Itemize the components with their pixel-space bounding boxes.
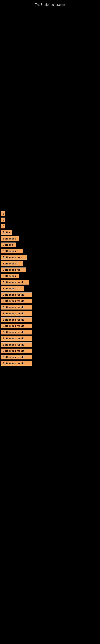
list-item: Bottleneck xyxy=(0,236,100,241)
bottleneck-result-label: Bottleneck xyxy=(1,274,19,278)
bottleneck-result-label: Bottleneck result xyxy=(1,305,32,310)
list-item: Bottleneck result xyxy=(0,305,100,310)
bottleneck-result-label: Bottleneck result xyxy=(1,355,32,360)
bottleneck-result-label: Bottleneck r xyxy=(1,261,23,266)
bottleneck-result-label: Bottleneck result xyxy=(1,299,32,303)
bottleneck-result-label: B xyxy=(1,224,5,228)
list-item: Bottleneck result xyxy=(0,299,100,303)
list-item: Bottleneck result xyxy=(0,348,100,353)
list-item: B xyxy=(0,224,100,228)
list-item: Bottleneck result xyxy=(0,342,100,347)
bottleneck-result-label: Bottleneck re xyxy=(1,286,24,291)
bottleneck-result-label: Bottleneck result xyxy=(1,311,32,316)
site-title: TheBottlenecker.com xyxy=(0,1,100,9)
list-item: Bottleneck res xyxy=(0,268,100,272)
list-item: Bottleneck result xyxy=(0,292,100,297)
bottleneck-result-label: B xyxy=(1,218,5,222)
list-item: B xyxy=(0,211,100,216)
bottleneck-result-label: Bottleneck r xyxy=(1,249,23,253)
list-item: Bottleneck r xyxy=(0,261,100,266)
list-item: Bottleneck xyxy=(0,274,100,278)
bottleneck-result-label: Bottleneck xyxy=(1,236,19,241)
list-item: Bottleneck resu xyxy=(0,255,100,260)
list-item: Bottleneck r xyxy=(0,249,100,253)
list-item: Bottleneck result xyxy=(0,336,100,341)
list-item: B xyxy=(0,218,100,222)
bottleneck-result-label: B xyxy=(1,211,5,216)
list-item: Bottleneck resul xyxy=(0,280,100,284)
bottleneck-result-label: Bottleneck result xyxy=(1,336,32,341)
bottleneck-result-label: Bottle xyxy=(1,230,12,235)
list-item: Bottleneck re xyxy=(0,286,100,291)
bottleneck-result-label: Bottleneck result xyxy=(1,317,32,322)
list-item: Bottleneck result xyxy=(0,324,100,328)
bottleneck-result-label: Bottleneck resul xyxy=(1,280,29,284)
list-item: Bottleneck result xyxy=(0,355,100,360)
list-item: Bottleneck result xyxy=(0,361,100,366)
bottleneck-result-label: Bottleneck result xyxy=(1,324,32,328)
list-item: Bottleneck result xyxy=(0,330,100,334)
bottleneck-result-label: Bottleneck result xyxy=(1,348,32,353)
list-item: Bottle xyxy=(0,230,100,235)
bottleneck-result-label: Bottleneck result xyxy=(1,361,32,366)
list-item: Bottleneck result xyxy=(0,311,100,316)
bottleneck-result-label: Bottleneck res xyxy=(1,268,26,272)
bottleneck-result-label: Bottleneck result xyxy=(1,342,32,347)
bottleneck-result-label: Bottlene xyxy=(1,242,16,247)
list-item: Bottlene xyxy=(0,242,100,247)
bottleneck-result-label: Bottleneck resu xyxy=(1,255,27,260)
bottleneck-result-label: Bottleneck result xyxy=(1,330,32,334)
bottleneck-result-label: Bottleneck result xyxy=(1,292,32,297)
bottleneck-items-container: BBBBottleBottleneckBottleneBottleneck rB… xyxy=(0,211,100,367)
list-item: Bottleneck result xyxy=(0,317,100,322)
